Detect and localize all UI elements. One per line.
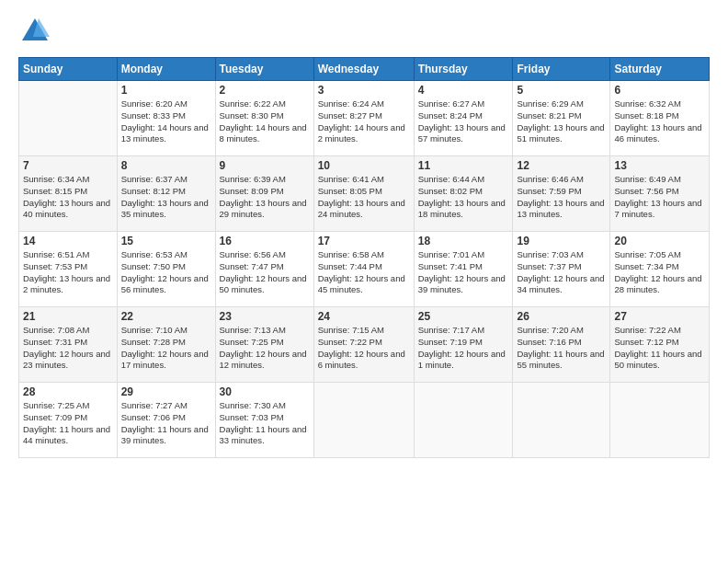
day-info: Sunrise: 7:27 AM Sunset: 7:06 PM Dayligh…	[121, 400, 211, 447]
day-info: Sunrise: 7:08 AM Sunset: 7:31 PM Dayligh…	[23, 325, 113, 372]
day-of-week-header: Thursday	[414, 58, 513, 81]
day-number: 7	[23, 159, 113, 172]
calendar-cell: 11Sunrise: 6:44 AM Sunset: 8:02 PM Dayli…	[414, 156, 513, 232]
calendar-cell: 8Sunrise: 6:37 AM Sunset: 8:12 PM Daylig…	[117, 156, 215, 232]
day-info: Sunrise: 7:25 AM Sunset: 7:09 PM Dayligh…	[23, 400, 113, 447]
day-number: 12	[517, 159, 606, 172]
calendar-week-row: 1Sunrise: 6:20 AM Sunset: 8:33 PM Daylig…	[19, 81, 710, 156]
calendar: SundayMondayTuesdayWednesdayThursdayFrid…	[18, 57, 710, 458]
page: SundayMondayTuesdayWednesdayThursdayFrid…	[0, 0, 728, 563]
calendar-cell: 13Sunrise: 6:49 AM Sunset: 7:56 PM Dayli…	[610, 156, 710, 232]
day-number: 1	[121, 84, 211, 97]
calendar-cell: 28Sunrise: 7:25 AM Sunset: 7:09 PM Dayli…	[19, 383, 118, 458]
day-info: Sunrise: 7:20 AM Sunset: 7:16 PM Dayligh…	[517, 325, 606, 372]
calendar-cell	[414, 383, 513, 458]
calendar-cell: 20Sunrise: 7:05 AM Sunset: 7:34 PM Dayli…	[610, 232, 710, 307]
calendar-cell: 22Sunrise: 7:10 AM Sunset: 7:28 PM Dayli…	[117, 307, 215, 383]
calendar-week-row: 14Sunrise: 6:51 AM Sunset: 7:53 PM Dayli…	[19, 232, 710, 307]
calendar-cell: 24Sunrise: 7:15 AM Sunset: 7:22 PM Dayli…	[313, 307, 414, 383]
calendar-week-row: 7Sunrise: 6:34 AM Sunset: 8:15 PM Daylig…	[19, 156, 710, 232]
calendar-cell: 26Sunrise: 7:20 AM Sunset: 7:16 PM Dayli…	[513, 307, 610, 383]
day-info: Sunrise: 7:22 AM Sunset: 7:12 PM Dayligh…	[614, 325, 705, 372]
day-number: 29	[121, 385, 211, 398]
calendar-cell: 16Sunrise: 6:56 AM Sunset: 7:47 PM Dayli…	[215, 232, 313, 307]
calendar-cell	[610, 383, 710, 458]
calendar-header-row: SundayMondayTuesdayWednesdayThursdayFrid…	[19, 58, 710, 81]
day-of-week-header: Tuesday	[215, 58, 313, 81]
calendar-cell: 18Sunrise: 7:01 AM Sunset: 7:41 PM Dayli…	[414, 232, 513, 307]
header	[18, 15, 710, 48]
day-number: 27	[614, 310, 705, 323]
day-number: 14	[23, 235, 113, 247]
day-info: Sunrise: 6:58 AM Sunset: 7:44 PM Dayligh…	[318, 249, 410, 296]
day-info: Sunrise: 6:56 AM Sunset: 7:47 PM Dayligh…	[220, 249, 310, 296]
day-of-week-header: Friday	[513, 58, 610, 81]
calendar-cell: 25Sunrise: 7:17 AM Sunset: 7:19 PM Dayli…	[414, 307, 513, 383]
day-number: 25	[418, 310, 509, 323]
day-number: 23	[220, 310, 310, 323]
day-info: Sunrise: 7:30 AM Sunset: 7:03 PM Dayligh…	[220, 400, 310, 447]
day-number: 6	[614, 84, 705, 97]
day-of-week-header: Monday	[117, 58, 215, 81]
calendar-cell: 21Sunrise: 7:08 AM Sunset: 7:31 PM Dayli…	[19, 307, 118, 383]
calendar-cell	[19, 81, 118, 156]
calendar-cell: 17Sunrise: 6:58 AM Sunset: 7:44 PM Dayli…	[313, 232, 414, 307]
day-number: 21	[23, 310, 113, 323]
day-number: 22	[121, 310, 211, 323]
day-number: 30	[220, 385, 310, 398]
day-number: 15	[121, 235, 211, 247]
day-info: Sunrise: 6:37 AM Sunset: 8:12 PM Dayligh…	[121, 174, 211, 221]
day-number: 5	[517, 84, 606, 97]
day-of-week-header: Sunday	[19, 58, 118, 81]
logo-icon	[18, 15, 51, 48]
day-number: 26	[517, 310, 606, 323]
day-info: Sunrise: 6:49 AM Sunset: 7:56 PM Dayligh…	[614, 174, 705, 221]
day-info: Sunrise: 6:20 AM Sunset: 8:33 PM Dayligh…	[121, 98, 211, 145]
calendar-week-row: 21Sunrise: 7:08 AM Sunset: 7:31 PM Dayli…	[19, 307, 710, 383]
day-info: Sunrise: 6:34 AM Sunset: 8:15 PM Dayligh…	[23, 174, 113, 221]
calendar-cell: 19Sunrise: 7:03 AM Sunset: 7:37 PM Dayli…	[513, 232, 610, 307]
day-number: 3	[318, 84, 410, 97]
day-number: 18	[418, 235, 509, 247]
day-info: Sunrise: 7:17 AM Sunset: 7:19 PM Dayligh…	[418, 325, 509, 372]
day-info: Sunrise: 7:10 AM Sunset: 7:28 PM Dayligh…	[121, 325, 211, 372]
day-number: 13	[614, 159, 705, 172]
day-info: Sunrise: 6:46 AM Sunset: 7:59 PM Dayligh…	[517, 174, 606, 221]
day-info: Sunrise: 6:51 AM Sunset: 7:53 PM Dayligh…	[23, 249, 113, 296]
calendar-cell: 29Sunrise: 7:27 AM Sunset: 7:06 PM Dayli…	[117, 383, 215, 458]
day-info: Sunrise: 6:29 AM Sunset: 8:21 PM Dayligh…	[517, 98, 606, 145]
day-number: 4	[418, 84, 509, 97]
calendar-cell: 1Sunrise: 6:20 AM Sunset: 8:33 PM Daylig…	[117, 81, 215, 156]
day-of-week-header: Saturday	[610, 58, 710, 81]
day-of-week-header: Wednesday	[313, 58, 414, 81]
day-info: Sunrise: 6:27 AM Sunset: 8:24 PM Dayligh…	[418, 98, 509, 145]
logo	[18, 15, 55, 48]
day-info: Sunrise: 7:15 AM Sunset: 7:22 PM Dayligh…	[318, 325, 410, 372]
day-number: 24	[318, 310, 410, 323]
calendar-cell: 3Sunrise: 6:24 AM Sunset: 8:27 PM Daylig…	[313, 81, 414, 156]
calendar-cell: 14Sunrise: 6:51 AM Sunset: 7:53 PM Dayli…	[19, 232, 118, 307]
day-number: 28	[23, 385, 113, 398]
day-info: Sunrise: 6:24 AM Sunset: 8:27 PM Dayligh…	[318, 98, 410, 145]
day-number: 11	[418, 159, 509, 172]
calendar-cell	[513, 383, 610, 458]
day-number: 2	[220, 84, 310, 97]
day-info: Sunrise: 7:13 AM Sunset: 7:25 PM Dayligh…	[220, 325, 310, 372]
day-number: 9	[220, 159, 310, 172]
day-info: Sunrise: 6:44 AM Sunset: 8:02 PM Dayligh…	[418, 174, 509, 221]
day-number: 19	[517, 235, 606, 247]
calendar-cell: 5Sunrise: 6:29 AM Sunset: 8:21 PM Daylig…	[513, 81, 610, 156]
day-info: Sunrise: 7:05 AM Sunset: 7:34 PM Dayligh…	[614, 249, 705, 296]
day-info: Sunrise: 7:01 AM Sunset: 7:41 PM Dayligh…	[418, 249, 509, 296]
calendar-cell: 2Sunrise: 6:22 AM Sunset: 8:30 PM Daylig…	[215, 81, 313, 156]
calendar-cell	[313, 383, 414, 458]
day-number: 16	[220, 235, 310, 247]
calendar-cell: 9Sunrise: 6:39 AM Sunset: 8:09 PM Daylig…	[215, 156, 313, 232]
day-number: 10	[318, 159, 410, 172]
calendar-cell: 30Sunrise: 7:30 AM Sunset: 7:03 PM Dayli…	[215, 383, 313, 458]
day-number: 17	[318, 235, 410, 247]
calendar-cell: 4Sunrise: 6:27 AM Sunset: 8:24 PM Daylig…	[414, 81, 513, 156]
calendar-cell: 27Sunrise: 7:22 AM Sunset: 7:12 PM Dayli…	[610, 307, 710, 383]
day-info: Sunrise: 6:41 AM Sunset: 8:05 PM Dayligh…	[318, 174, 410, 221]
day-number: 20	[614, 235, 705, 247]
